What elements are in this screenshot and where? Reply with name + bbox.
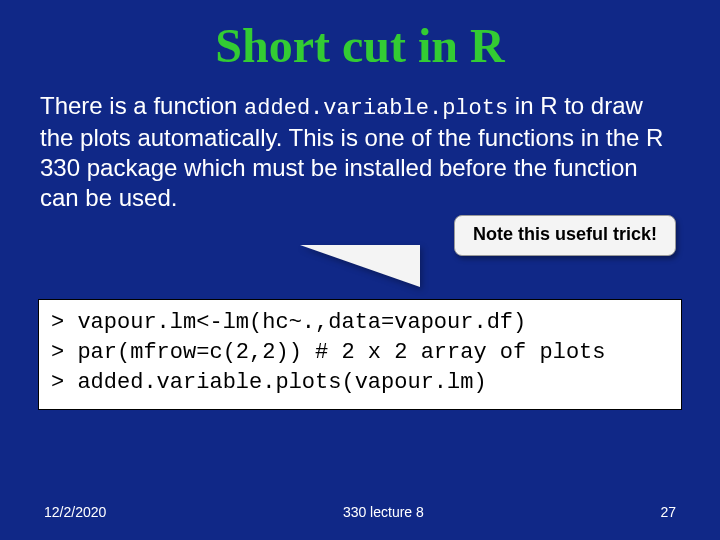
- footer-page: 27: [660, 504, 676, 520]
- callout-bubble: Note this useful trick!: [454, 215, 676, 256]
- code-block: > vapour.lm<-lm(hc~.,data=vapour.df) > p…: [38, 299, 682, 410]
- footer-center: 330 lecture 8: [343, 504, 424, 520]
- footer-date: 12/2/2020: [44, 504, 106, 520]
- callout-container: Note this useful trick!: [0, 213, 720, 299]
- footer: 12/2/2020 330 lecture 8 27: [0, 504, 720, 520]
- para-function-name: added.variable.plots: [244, 96, 508, 121]
- body-paragraph: There is a function added.variable.plots…: [0, 91, 720, 213]
- slide-title: Short cut in R: [0, 0, 720, 91]
- callout-tail: [300, 245, 420, 287]
- para-lead: There is a function: [40, 92, 244, 119]
